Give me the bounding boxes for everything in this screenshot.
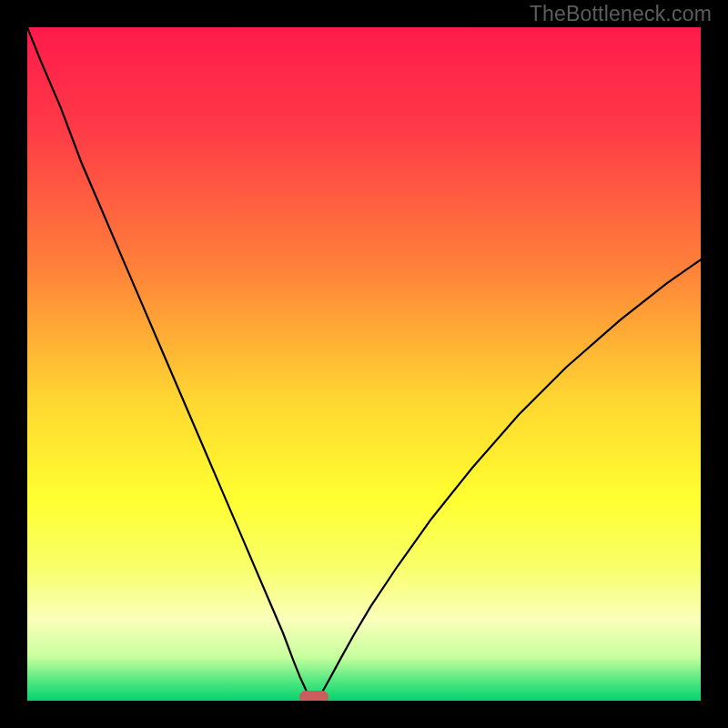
plot-area	[27, 27, 701, 701]
chart-container: TheBottleneck.com	[0, 0, 728, 728]
chart-svg	[27, 27, 701, 701]
watermark-text: TheBottleneck.com	[530, 2, 712, 26]
gradient-background	[27, 27, 701, 701]
bottleneck-marker	[299, 691, 329, 701]
